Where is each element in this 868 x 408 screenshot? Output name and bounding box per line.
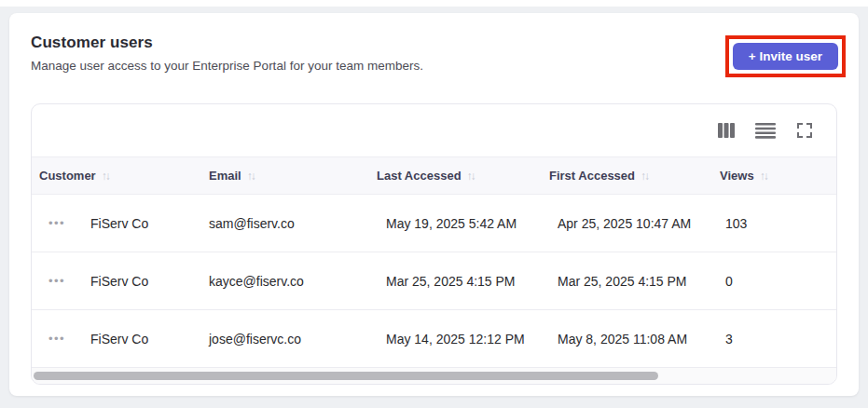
last-accessed-cell: Mar 25, 2025 4:15 PM [386, 274, 558, 289]
row-actions-cell: ••• [32, 272, 90, 290]
views-cell: 3 [725, 332, 836, 347]
email-cell: jose@fiservc.co [209, 332, 386, 347]
invite-user-button[interactable]: + Invite user [733, 43, 838, 70]
column-label: Email [209, 169, 241, 183]
customer-cell: FiServ Co [90, 216, 209, 231]
customer-cell: FiServ Co [90, 274, 209, 289]
first-accessed-cell: May 8, 2025 11:08 AM [558, 332, 725, 347]
views-cell: 103 [725, 216, 836, 231]
page-title: Customer users [31, 34, 423, 52]
card-header: Customer users Manage user access to you… [31, 34, 837, 77]
column-header-views[interactable]: Views ↑↓ [720, 169, 836, 183]
column-header-last-accessed[interactable]: Last Accessed ↑↓ [377, 169, 549, 183]
customer-cell: FiServ Co [90, 332, 209, 347]
first-accessed-cell: Apr 25, 2025 10:47 AM [558, 216, 725, 231]
row-actions-cell: ••• [32, 214, 90, 232]
scrollbar-thumb[interactable] [34, 372, 658, 380]
column-header-email[interactable]: Email ↑↓ [209, 169, 377, 183]
column-label: First Accessed [549, 169, 635, 183]
row-density-icon[interactable] [752, 117, 778, 143]
last-accessed-cell: May 19, 2025 5:42 AM [386, 216, 558, 231]
first-accessed-cell: Mar 25, 2025 4:15 PM [558, 274, 725, 289]
column-label: Last Accessed [377, 169, 462, 183]
page-subtitle: Manage user access to your Enterprise Po… [31, 59, 423, 73]
column-label: Customer [39, 169, 96, 183]
fullscreen-icon[interactable] [792, 117, 818, 143]
table-row: ••• FiServ Co sam@fiserv.co May 19, 2025… [32, 195, 836, 252]
table-row: ••• FiServ Co kayce@fiserv.co Mar 25, 20… [32, 252, 836, 310]
column-label: Views [720, 169, 754, 183]
sort-icon[interactable]: ↑↓ [247, 170, 255, 183]
table-toolbar [32, 104, 836, 156]
column-header-customer[interactable]: Customer ↑↓ [32, 169, 209, 183]
customer-users-card: Customer users Manage user access to you… [9, 13, 859, 396]
row-menu-icon[interactable]: ••• [48, 330, 65, 347]
sort-icon[interactable]: ↑↓ [467, 170, 475, 183]
views-cell: 0 [725, 274, 836, 289]
horizontal-scrollbar[interactable] [32, 368, 836, 384]
email-cell: kayce@fiserv.co [209, 274, 386, 289]
columns-icon[interactable] [713, 117, 739, 143]
sort-icon[interactable]: ↑↓ [760, 170, 767, 183]
sort-icon[interactable]: ↑↓ [641, 170, 648, 183]
row-menu-icon[interactable]: ••• [48, 272, 65, 290]
row-menu-icon[interactable]: ••• [48, 214, 65, 232]
table-header-row: Customer ↑↓ Email ↑↓ Last Accessed ↑↓ Fi… [32, 156, 836, 195]
sort-icon[interactable]: ↑↓ [102, 170, 109, 183]
last-accessed-cell: May 14, 2025 12:12 PM [386, 332, 558, 347]
email-cell: sam@fiserv.co [209, 216, 386, 231]
row-actions-cell: ••• [32, 330, 90, 347]
users-table: Customer ↑↓ Email ↑↓ Last Accessed ↑↓ Fi… [31, 103, 837, 385]
table-row: ••• FiServ Co jose@fiservc.co May 14, 20… [32, 310, 836, 368]
annotation-highlight: + Invite user [725, 35, 846, 77]
top-strip [0, 0, 868, 7]
column-header-first-accessed[interactable]: First Accessed ↑↓ [549, 169, 720, 183]
header-text: Customer users Manage user access to you… [31, 34, 423, 73]
